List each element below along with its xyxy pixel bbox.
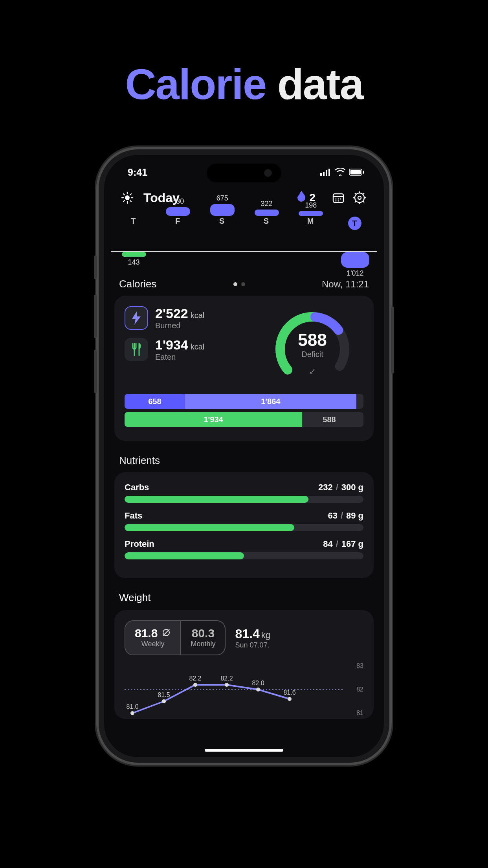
svg-line-13 — [130, 200, 131, 202]
eaten-unit: kcal — [191, 342, 205, 351]
svg-point-22 — [338, 200, 339, 201]
svg-rect-6 — [363, 171, 364, 174]
svg-point-19 — [338, 198, 339, 199]
nutrient-current: 63 — [328, 511, 337, 521]
section-timestamp: Now, 11:21 — [322, 279, 369, 290]
svg-point-41 — [193, 683, 197, 687]
weight-card[interactable]: 81.8 Weekly 80.3 Monthly 81.4kg S — [114, 610, 374, 719]
bar-segment-eaten: 1'934 — [125, 412, 302, 427]
battery-icon — [349, 167, 364, 178]
weight-point-label: 81.6 — [283, 689, 295, 696]
weight-point-label: 82.2 — [220, 675, 233, 682]
svg-rect-0 — [320, 173, 322, 176]
nutrient-max: 167 — [341, 539, 356, 549]
brightness-icon[interactable] — [120, 191, 135, 204]
day-letter[interactable]: M — [288, 217, 333, 230]
weight-point-label: 81.5 — [158, 691, 170, 699]
weight-sparkline: 83828181.081.582.282.282.081.6 — [125, 664, 363, 715]
dynamic-island — [207, 164, 281, 182]
settings-button[interactable] — [351, 189, 368, 206]
nutrient-row: Fats63/89g — [125, 511, 363, 531]
nutrients-card[interactable]: Carbs232/300gFats63/89gProtein84/167g — [114, 472, 374, 578]
average-icon — [161, 627, 171, 640]
section-header-weight: Weight — [104, 578, 384, 609]
section-title: Nutrients — [119, 454, 160, 467]
balance-value: 530 — [172, 197, 184, 206]
svg-point-7 — [125, 195, 130, 200]
toggle-weekly[interactable]: 81.8 Weekly — [125, 621, 180, 655]
toggle-monthly[interactable]: 80.3 Monthly — [180, 621, 225, 655]
svg-line-30 — [363, 201, 364, 202]
eaten-value: 1'934 — [155, 337, 188, 352]
weight-ytick: 83 — [356, 662, 363, 669]
section-header-nutrients: Nutrients — [104, 441, 384, 471]
bar-segment-base: 658 — [125, 394, 185, 409]
balance-value: 198 — [305, 201, 317, 210]
weight-period-toggle[interactable]: 81.8 Weekly 80.3 Monthly — [125, 620, 226, 655]
nutrient-name: Fats — [125, 511, 328, 521]
page-indicator[interactable] — [156, 282, 322, 286]
deficit-value: 588 — [261, 330, 363, 350]
eaten-row: 1'934kcal Eaten — [125, 337, 261, 362]
svg-point-40 — [162, 699, 166, 703]
section-title: Calories — [119, 278, 156, 290]
nutrient-current: 232 — [318, 482, 333, 493]
check-icon: ✓ — [309, 367, 316, 377]
svg-point-42 — [225, 683, 229, 687]
balance-value: 1'012 — [347, 269, 363, 278]
day-letter[interactable]: F — [156, 217, 200, 230]
balance-value: 322 — [261, 200, 273, 208]
balance-value: 675 — [216, 194, 228, 202]
bar-segment-deficit: 588 — [302, 412, 356, 427]
eaten-vs-deficit-bar: 1'934 588 — [125, 412, 363, 427]
svg-line-15 — [130, 194, 131, 195]
screen: 9:41 Today — [104, 155, 384, 757]
burned-breakdown-bar: 658 1'864 — [125, 394, 363, 409]
calories-card[interactable]: 2'522kcal Burned 1'934kcal Eaten — [114, 296, 374, 441]
status-time: 9:41 — [128, 167, 147, 178]
burned-row: 2'522kcal Burned — [125, 306, 261, 330]
nutrient-unit: g — [358, 511, 363, 521]
balance-bars[interactable]: 1435306753221981'012 — [111, 233, 377, 268]
svg-line-31 — [355, 201, 356, 202]
deficit-gauge: 588 Deficit ✓ — [261, 306, 363, 384]
bolt-icon — [125, 306, 148, 330]
day-letter[interactable]: T — [111, 217, 156, 230]
section-header-calories: Calories Now, 11:21 — [104, 268, 384, 294]
svg-rect-5 — [350, 170, 361, 175]
day-letter[interactable]: S — [200, 217, 244, 230]
wifi-icon — [335, 167, 345, 178]
svg-rect-1 — [323, 172, 325, 176]
svg-point-39 — [130, 711, 134, 715]
home-indicator[interactable] — [205, 749, 283, 752]
svg-line-32 — [363, 193, 364, 194]
weight-ytick: 81 — [356, 710, 363, 717]
app-header: Today 2 — [104, 178, 384, 213]
nutrient-max: 300 — [341, 482, 356, 493]
page-dot — [233, 282, 237, 286]
nutrient-current: 84 — [323, 539, 332, 549]
baseline — [111, 251, 377, 252]
day-letter[interactable]: S — [244, 217, 288, 230]
weight-point-label: 81.0 — [126, 703, 138, 710]
svg-point-18 — [335, 198, 336, 199]
nutrient-name: Carbs — [125, 482, 318, 493]
deficit-label: Deficit — [261, 350, 363, 359]
svg-rect-2 — [326, 170, 327, 176]
bar-segment-active: 1'864 — [185, 394, 356, 409]
calendar-button[interactable] — [330, 189, 347, 206]
svg-line-14 — [123, 200, 125, 202]
fork-knife-icon — [125, 338, 148, 361]
section-title: Weight — [119, 592, 150, 603]
nutrient-name: Protein — [125, 539, 323, 549]
nutrient-unit: g — [358, 539, 363, 549]
weight-current: 81.4kg Sun 07.07. — [235, 627, 270, 649]
day-letter[interactable]: T — [332, 217, 377, 230]
marketing-word-2: data — [277, 60, 363, 108]
burned-label: Burned — [155, 321, 204, 330]
burned-value: 2'522 — [155, 306, 188, 321]
week-days-row: TFSSMT — [104, 213, 384, 230]
signal-icon — [320, 167, 331, 178]
svg-rect-3 — [328, 169, 330, 176]
svg-point-23 — [355, 193, 364, 202]
